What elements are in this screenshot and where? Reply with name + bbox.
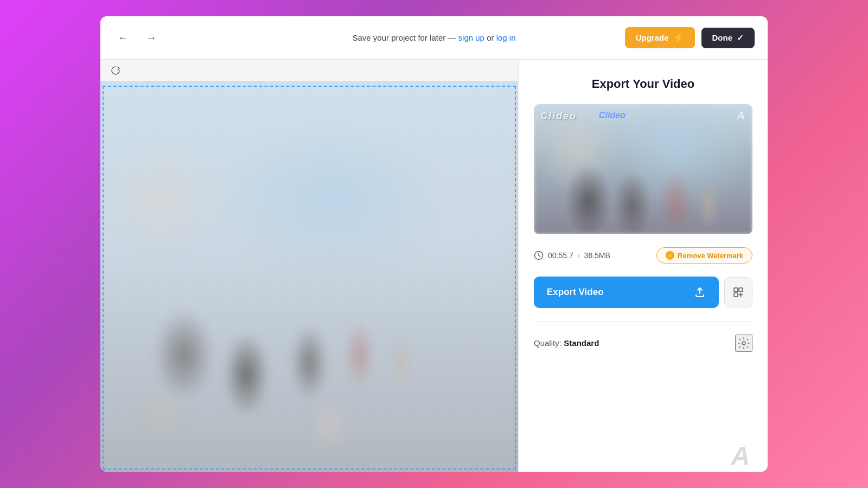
video-thumbnail: Clideo Clideo A xyxy=(534,104,752,234)
svg-rect-3 xyxy=(734,293,738,297)
quality-label-container: Quality: Standard xyxy=(534,338,599,348)
export-other-button[interactable] xyxy=(724,277,752,307)
video-preview xyxy=(100,81,518,472)
video-filesize: 36.5MB xyxy=(584,251,610,260)
svg-point-4 xyxy=(742,342,745,345)
main-area: Export Your Video Clideo Clideo A 00:55.… xyxy=(100,60,768,472)
login-link[interactable]: log in xyxy=(496,33,516,42)
svg-rect-1 xyxy=(734,288,738,292)
svg-rect-2 xyxy=(739,288,743,292)
done-button[interactable]: Done ✓ xyxy=(701,28,755,48)
save-project-text: Save your project for later — sign up or… xyxy=(352,33,515,42)
canvas-area xyxy=(100,60,518,472)
export-panel-title: Export Your Video xyxy=(534,77,752,91)
upgrade-button[interactable]: Upgrade ⚡ xyxy=(625,27,695,48)
video-meta-row: 00:55.7 · 36.5MB ⚡ Remove Watermark xyxy=(534,247,752,264)
export-upload-icon xyxy=(694,286,706,298)
thumbnail-watermark-2: Clideo xyxy=(599,111,626,120)
app-container: ← → Save your project for later — sign u… xyxy=(100,16,768,472)
quality-label: Quality: xyxy=(534,338,561,348)
video-meta-info: 00:55.7 · 36.5MB xyxy=(534,251,610,260)
thumbnail-watermark-corner: A xyxy=(737,110,745,122)
top-bar-left: ← → xyxy=(113,28,161,48)
settings-button[interactable] xyxy=(735,335,752,352)
bottom-watermark: A xyxy=(713,439,768,472)
check-icon: ✓ xyxy=(737,33,744,43)
export-video-button[interactable]: Export Video xyxy=(534,277,719,308)
export-panel: Export Your Video Clideo Clideo A 00:55.… xyxy=(518,60,768,472)
quality-value: Standard xyxy=(564,338,599,348)
clock-icon xyxy=(534,251,544,260)
thumbnail-watermark-1: Clideo xyxy=(540,111,577,122)
rotation-handle[interactable] xyxy=(109,64,122,77)
export-buttons-row: Export Video xyxy=(534,277,752,308)
canvas-toolbar xyxy=(100,60,518,81)
video-duration: 00:55.7 xyxy=(548,251,573,260)
export-share-icon xyxy=(732,286,744,298)
quality-row: Quality: Standard xyxy=(534,335,752,352)
settings-gear-icon xyxy=(737,337,750,350)
remove-watermark-button[interactable]: ⚡ Remove Watermark xyxy=(656,247,752,264)
watermark-bolt-icon: ⚡ xyxy=(666,251,674,260)
top-bar: ← → Save your project for later — sign u… xyxy=(100,16,768,60)
back-button[interactable]: ← xyxy=(113,28,133,48)
divider xyxy=(534,321,752,322)
bolt-icon: ⚡ xyxy=(673,33,684,43)
forward-button[interactable]: → xyxy=(142,28,161,48)
top-bar-right: Upgrade ⚡ Done ✓ xyxy=(625,27,755,48)
thumbnail-bg xyxy=(534,104,752,234)
meta-separator: · xyxy=(578,251,580,260)
signup-link[interactable]: sign up xyxy=(458,33,484,42)
blur-overlay xyxy=(100,81,518,472)
